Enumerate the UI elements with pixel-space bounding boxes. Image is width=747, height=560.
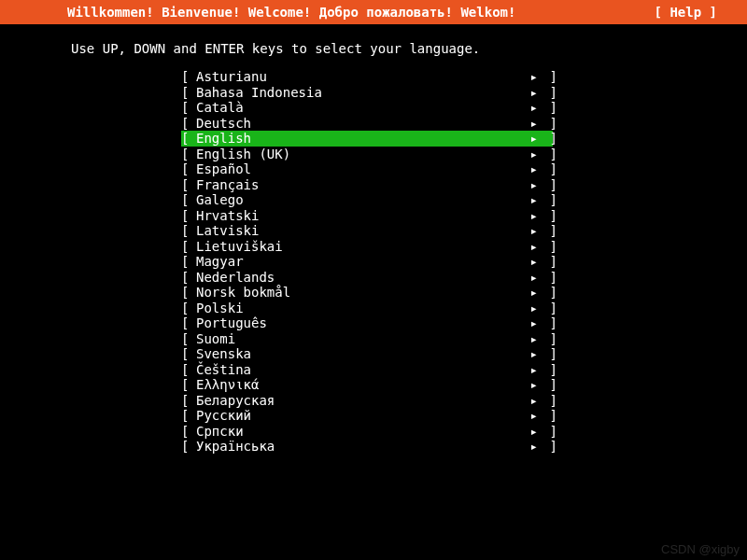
submenu-arrow-icon: ▸ — [521, 161, 538, 177]
submenu-arrow-icon: ▸ — [521, 315, 538, 331]
bracket-open: [ — [181, 85, 196, 101]
language-option[interactable]: [ Suomi▸ ] — [181, 331, 553, 347]
language-option[interactable]: [ Norsk bokmål▸ ] — [181, 285, 553, 301]
bracket-close: ] — [538, 377, 553, 393]
language-option[interactable]: [ Русский▸ ] — [181, 408, 553, 424]
language-option[interactable]: [ Српски▸ ] — [181, 424, 553, 440]
bracket-close: ] — [538, 362, 553, 378]
bracket-open: [ — [181, 254, 196, 270]
language-label: English (UK) — [196, 147, 521, 162]
bracket-open: [ — [181, 69, 196, 85]
bracket-open: [ — [181, 147, 196, 162]
language-option[interactable]: [ Deutsch▸ ] — [181, 116, 553, 132]
submenu-arrow-icon: ▸ — [521, 254, 538, 270]
bracket-close: ] — [538, 254, 553, 270]
language-option[interactable]: [ Asturianu▸ ] — [181, 69, 553, 85]
submenu-arrow-icon: ▸ — [521, 116, 538, 132]
bracket-open: [ — [181, 270, 196, 286]
bracket-open: [ — [181, 285, 196, 301]
submenu-arrow-icon: ▸ — [521, 301, 538, 316]
language-option[interactable]: [ Español▸ ] — [181, 161, 553, 177]
bracket-close: ] — [538, 285, 553, 301]
language-option[interactable]: [ Čeština▸ ] — [181, 362, 553, 378]
bracket-close: ] — [538, 131, 553, 147]
bracket-open: [ — [181, 177, 196, 193]
watermark: CSDN @xigby — [661, 542, 740, 556]
language-option[interactable]: [ Ελληνικά▸ ] — [181, 377, 553, 393]
submenu-arrow-icon: ▸ — [521, 393, 538, 409]
bracket-close: ] — [538, 223, 553, 239]
language-label: Русский — [196, 408, 521, 424]
bracket-open: [ — [181, 408, 196, 424]
language-label: Lietuviškai — [196, 239, 521, 255]
language-option[interactable]: [ Bahasa Indonesia▸ ] — [181, 85, 553, 101]
submenu-arrow-icon: ▸ — [521, 131, 538, 147]
language-label: Français — [196, 177, 521, 193]
bracket-close: ] — [538, 239, 553, 255]
bracket-close: ] — [538, 424, 553, 440]
bracket-close: ] — [538, 270, 553, 286]
submenu-arrow-icon: ▸ — [521, 85, 538, 101]
language-option[interactable]: [ Português▸ ] — [181, 315, 553, 331]
bracket-close: ] — [538, 100, 553, 116]
submenu-arrow-icon: ▸ — [521, 177, 538, 193]
submenu-arrow-icon: ▸ — [521, 223, 538, 239]
language-option[interactable]: [ English (UK)▸ ] — [181, 147, 553, 162]
submenu-arrow-icon: ▸ — [521, 285, 538, 301]
language-option[interactable]: [ Latviski▸ ] — [181, 223, 553, 239]
bracket-close: ] — [538, 192, 553, 208]
language-label: Svenska — [196, 346, 521, 362]
submenu-arrow-icon: ▸ — [521, 439, 538, 455]
language-option[interactable]: [ Nederlands▸ ] — [181, 270, 553, 286]
language-label: Ελληνικά — [196, 377, 521, 393]
bracket-close: ] — [538, 439, 553, 455]
bracket-close: ] — [538, 177, 553, 193]
language-option[interactable]: [ Polski▸ ] — [181, 301, 553, 316]
bracket-close: ] — [538, 208, 553, 224]
submenu-arrow-icon: ▸ — [521, 331, 538, 347]
bracket-close: ] — [538, 85, 553, 101]
help-button[interactable]: [ Help ] — [655, 5, 736, 20]
language-option[interactable]: [ Hrvatski▸ ] — [181, 208, 553, 224]
bracket-close: ] — [538, 393, 553, 409]
language-label: Hrvatski — [196, 208, 521, 224]
submenu-arrow-icon: ▸ — [521, 377, 538, 393]
language-option[interactable]: [ Lietuviškai▸ ] — [181, 239, 553, 255]
language-label: Galego — [196, 192, 521, 208]
language-label: Suomi — [196, 331, 521, 347]
language-label: Norsk bokmål — [196, 285, 521, 301]
bracket-open: [ — [181, 393, 196, 409]
language-option[interactable]: [ Беларуская▸ ] — [181, 393, 553, 409]
submenu-arrow-icon: ▸ — [521, 239, 538, 255]
language-list: [ Asturianu▸ ][ Bahasa Indonesia▸ ][ Cat… — [0, 69, 747, 455]
bracket-close: ] — [538, 315, 553, 331]
language-option[interactable]: [ Català▸ ] — [181, 100, 553, 116]
bracket-open: [ — [181, 239, 196, 255]
language-label: Српски — [196, 424, 521, 440]
bracket-open: [ — [181, 439, 196, 455]
language-label: Беларуская — [196, 393, 521, 409]
bracket-open: [ — [181, 223, 196, 239]
bracket-open: [ — [181, 116, 196, 132]
submenu-arrow-icon: ▸ — [521, 69, 538, 85]
submenu-arrow-icon: ▸ — [521, 192, 538, 208]
language-option[interactable]: [ Magyar▸ ] — [181, 254, 553, 270]
bracket-open: [ — [181, 424, 196, 440]
instruction-text: Use UP, DOWN and ENTER keys to select yo… — [0, 24, 747, 69]
language-label: Polski — [196, 301, 521, 316]
submenu-arrow-icon: ▸ — [521, 408, 538, 424]
language-label: Català — [196, 100, 521, 116]
bracket-open: [ — [181, 100, 196, 116]
bracket-close: ] — [538, 161, 553, 177]
language-option[interactable]: [ English▸ ] — [181, 131, 553, 147]
header-bar: Willkommen! Bienvenue! Welcome! Добро по… — [0, 0, 747, 24]
submenu-arrow-icon: ▸ — [521, 362, 538, 378]
language-option[interactable]: [ Svenska▸ ] — [181, 346, 553, 362]
submenu-arrow-icon: ▸ — [521, 424, 538, 440]
language-label: Português — [196, 315, 521, 331]
language-label: Nederlands — [196, 270, 521, 286]
submenu-arrow-icon: ▸ — [521, 270, 538, 286]
language-option[interactable]: [ Galego▸ ] — [181, 192, 553, 208]
language-option[interactable]: [ Français▸ ] — [181, 177, 553, 193]
language-option[interactable]: [ Українська▸ ] — [181, 439, 553, 455]
